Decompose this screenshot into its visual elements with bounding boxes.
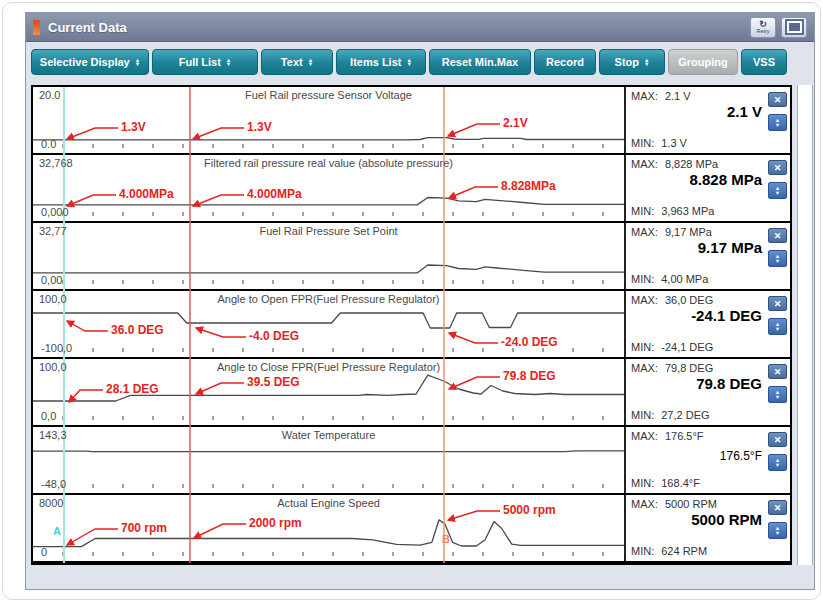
scrollbar-gutter[interactable] bbox=[797, 85, 813, 565]
close-channel-button[interactable]: ✕ bbox=[768, 296, 787, 311]
value-panel: MAX: 176.5°F 176.5°F MIN: 168.4°F ✕ ▲ ▼ bbox=[624, 427, 790, 493]
min-label: MIN: bbox=[631, 205, 654, 217]
waveform-plot[interactable]: 32,77 Fuel Rail Pressure Set Point 0,00 bbox=[33, 223, 624, 289]
channel-buttons: ✕ ▲ ▼ bbox=[768, 432, 787, 471]
cursor-value-annotation: 1.3V bbox=[247, 120, 272, 134]
waveform-plot[interactable]: 8000 Actual Engine Speed 0 700 rpm2000 r… bbox=[33, 495, 624, 561]
max-value: 8,828 MPa bbox=[665, 158, 718, 170]
expand-channel-button[interactable]: ▲ ▼ bbox=[768, 386, 787, 403]
reset-minmax-button[interactable]: Reset Min.Max bbox=[429, 49, 531, 75]
record-button[interactable]: Record bbox=[534, 49, 596, 75]
expand-channel-button[interactable]: ▲ ▼ bbox=[768, 114, 787, 131]
min-row: MIN: 168.4°F bbox=[631, 477, 700, 489]
waveform-plot[interactable]: 100,0 Angle to Open FPR(Fuel Pressure Re… bbox=[33, 291, 624, 357]
close-channel-button[interactable]: ✕ bbox=[768, 160, 787, 175]
min-label: MIN: bbox=[631, 409, 654, 421]
waveform-plot[interactable]: 20.0 Fuel Rail pressure Sensor Voltage 0… bbox=[33, 87, 624, 153]
waveform-plot[interactable]: 100,0 Angle to Close FPR(Fuel Pressure R… bbox=[33, 359, 624, 425]
y-axis-min-label: 0 bbox=[41, 546, 47, 558]
cursor-value-annotation: 2000 rpm bbox=[249, 516, 302, 530]
max-label: MAX: bbox=[631, 90, 658, 102]
max-label: MAX: bbox=[631, 430, 658, 442]
selective-display-button[interactable]: Selective Display ▲▼ bbox=[31, 49, 149, 75]
arrow-down-icon: ▼ bbox=[775, 531, 780, 536]
titlebar-buttons: ↻ Retry bbox=[750, 17, 807, 38]
max-row: MAX: 36,0 DEG bbox=[631, 294, 713, 306]
max-row: MAX: 9,17 MPa bbox=[631, 226, 712, 238]
close-channel-button[interactable]: ✕ bbox=[768, 92, 787, 107]
min-row: MIN: 4,00 MPa bbox=[631, 273, 708, 285]
cursor-value-annotation: 1.3V bbox=[121, 120, 146, 134]
min-value: 1.3 V bbox=[661, 137, 687, 149]
close-icon: ✕ bbox=[774, 163, 782, 173]
y-axis-min-label: -48,0 bbox=[41, 478, 66, 490]
waveform-plot[interactable]: 32,768 Filtered rail pressure real value… bbox=[33, 155, 624, 221]
min-value: 168.4°F bbox=[661, 477, 700, 489]
expand-channel-button[interactable]: ▲ ▼ bbox=[768, 182, 787, 199]
dropdown-arrows-icon: ▲▼ bbox=[135, 58, 140, 67]
grouping-button[interactable]: Grouping bbox=[668, 49, 738, 75]
cursor-value-annotation: 5000 rpm bbox=[503, 503, 556, 517]
dropdown-arrows-icon: ▲▼ bbox=[308, 58, 313, 67]
full-list-button[interactable]: Full List ▲▼ bbox=[152, 49, 258, 75]
window-restore-button[interactable] bbox=[781, 17, 807, 38]
min-row: MIN: 3,963 MPa bbox=[631, 205, 714, 217]
min-row: MIN: -24,1 DEG bbox=[631, 341, 713, 353]
cursor-value-annotation: 8.828MPa bbox=[501, 179, 556, 193]
max-value: 79,8 DEG bbox=[665, 362, 713, 374]
cursor-value-annotation: 36.0 DEG bbox=[111, 323, 164, 337]
expand-channel-button[interactable]: ▲ ▼ bbox=[768, 522, 787, 539]
min-label: MIN: bbox=[631, 137, 654, 149]
channel-row: 100,0 Angle to Close FPR(Fuel Pressure R… bbox=[33, 359, 790, 427]
chart-area: 20.0 Fuel Rail pressure Sensor Voltage 0… bbox=[31, 85, 792, 565]
toolbar: Selective Display ▲▼ Full List ▲▼ Text ▲… bbox=[31, 49, 787, 75]
close-icon: ✕ bbox=[774, 299, 782, 309]
expand-channel-button[interactable]: ▲ ▼ bbox=[768, 250, 787, 267]
channel-title: Angle to Open FPR(Fuel Pressure Regulato… bbox=[33, 293, 624, 305]
current-value: 9.17 MPa bbox=[698, 239, 762, 256]
min-row: MIN: 624 RPM bbox=[631, 545, 707, 557]
app-window: Current Data ↻ Retry Selective Display ▲… bbox=[25, 12, 815, 590]
cursor-value-annotation: 2.1V bbox=[503, 116, 528, 130]
min-value: 27,2 DEG bbox=[661, 409, 709, 421]
close-channel-button[interactable]: ✕ bbox=[768, 500, 787, 515]
retry-button[interactable]: ↻ Retry bbox=[750, 17, 776, 38]
items-list-button[interactable]: Items List ▲▼ bbox=[336, 49, 426, 75]
channel-row: 32,768 Filtered rail pressure real value… bbox=[33, 155, 790, 223]
current-value: 8.828 MPa bbox=[689, 171, 762, 188]
close-channel-button[interactable]: ✕ bbox=[768, 432, 787, 447]
expand-channel-button[interactable]: ▲ ▼ bbox=[768, 318, 787, 335]
dropdown-arrows-icon: ▲▼ bbox=[226, 58, 231, 67]
close-channel-button[interactable]: ✕ bbox=[768, 364, 787, 379]
value-panel: MAX: 79,8 DEG 79.8 DEG MIN: 27,2 DEG ✕ ▲… bbox=[624, 359, 790, 425]
retry-icon: ↻ bbox=[759, 20, 767, 28]
close-icon: ✕ bbox=[774, 367, 782, 377]
channel-title: Filtered rail pressure real value (absol… bbox=[33, 157, 624, 169]
max-row: MAX: 5000 RPM bbox=[631, 498, 717, 510]
min-row: MIN: 1.3 V bbox=[631, 137, 687, 149]
y-axis-min-label: 0.0 bbox=[41, 138, 56, 150]
waveform-plot[interactable]: 143,3 Water Temperature -48,0 bbox=[33, 427, 624, 493]
cursor-value-annotation: 28.1 DEG bbox=[106, 382, 159, 396]
cursor-value-annotation: 4.000MPa bbox=[247, 187, 302, 201]
window-title: Current Data bbox=[48, 20, 127, 35]
arrow-down-icon: ▼ bbox=[775, 463, 780, 468]
min-value: 4,00 MPa bbox=[661, 273, 708, 285]
close-icon: ✕ bbox=[774, 503, 782, 513]
value-panel: MAX: 5000 RPM 5000 RPM MIN: 624 RPM ✕ ▲ … bbox=[624, 495, 790, 561]
expand-channel-button[interactable]: ▲ ▼ bbox=[768, 454, 787, 471]
vss-button[interactable]: VSS bbox=[741, 49, 787, 75]
max-row: MAX: 79,8 DEG bbox=[631, 362, 713, 374]
current-value: 176.5°F bbox=[720, 449, 762, 463]
channel-row: 100,0 Angle to Open FPR(Fuel Pressure Re… bbox=[33, 291, 790, 359]
cursor-value-annotation: 4.000MPa bbox=[119, 187, 174, 201]
value-panel: MAX: 36,0 DEG -24.1 DEG MIN: -24,1 DEG ✕… bbox=[624, 291, 790, 357]
value-panel: MAX: 9,17 MPa 9.17 MPa MIN: 4,00 MPa ✕ ▲… bbox=[624, 223, 790, 289]
current-value: -24.1 DEG bbox=[691, 307, 762, 324]
current-value: 5000 RPM bbox=[691, 511, 762, 528]
close-channel-button[interactable]: ✕ bbox=[768, 228, 787, 243]
min-row: MIN: 27,2 DEG bbox=[631, 409, 710, 421]
stop-button[interactable]: Stop ▲▼ bbox=[599, 49, 665, 75]
text-mode-button[interactable]: Text ▲▼ bbox=[261, 49, 333, 75]
channel-buttons: ✕ ▲ ▼ bbox=[768, 160, 787, 199]
